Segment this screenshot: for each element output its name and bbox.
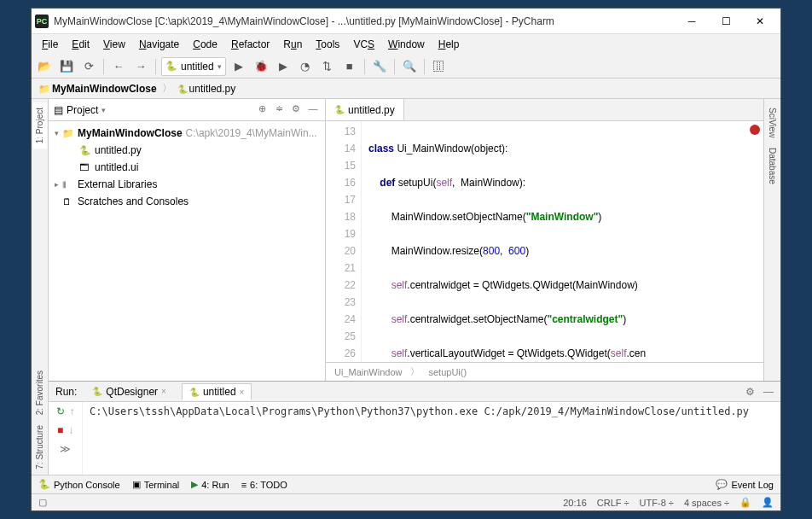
menu-edit[interactable]: Edit — [65, 37, 96, 52]
cursor-position: 20:16 — [563, 498, 587, 508]
close-icon[interactable]: × — [161, 387, 166, 396]
todo-button[interactable]: ≡ 6: TODO — [241, 480, 287, 490]
readonly-lock-icon[interactable]: 🔒 — [740, 497, 751, 508]
open-icon[interactable]: 📂 — [35, 57, 54, 76]
bottom-toolbar: 🐍 Python Console ▣ Terminal ▶ 4: Run ≡ 6… — [32, 475, 780, 493]
code-area[interactable]: 1314151617181920212223242526 class Ui_Ma… — [326, 121, 763, 362]
scratches-icon: 🗒 — [62, 196, 76, 207]
profile-icon[interactable]: ◔ — [296, 57, 315, 76]
expander-icon[interactable]: ▸ — [50, 180, 62, 189]
menu-run[interactable]: Run — [276, 37, 309, 52]
project-tree[interactable]: ▾ 📁 MyMainWindowClose C:\apk\2019_4\MyMa… — [49, 121, 325, 381]
collapse-icon[interactable]: ≑ — [272, 103, 286, 117]
inspector-icon[interactable]: 👤 — [762, 497, 774, 508]
run-panel-label: Run: — [55, 386, 77, 398]
python-console-button[interactable]: 🐍 Python Console — [38, 479, 120, 490]
search-icon[interactable]: 🔍 — [400, 57, 419, 76]
crumb-class[interactable]: Ui_MainWindow — [334, 367, 402, 377]
app-icon: PC — [35, 15, 49, 28]
tree-root-name: MyMainWindowClose — [78, 127, 183, 139]
nav-file[interactable]: untitled.py — [177, 83, 236, 95]
source-code[interactable]: class Ui_MainWindow(object): def setupUi… — [362, 121, 763, 362]
editor-tab[interactable]: untitled.py — [326, 99, 404, 120]
indent[interactable]: 4 spaces ÷ — [684, 498, 729, 508]
tree-external-libs[interactable]: External Libraries — [78, 178, 157, 190]
more-icon[interactable]: ≫ — [60, 443, 71, 455]
chevron-down-icon[interactable]: ▾ — [102, 106, 106, 114]
target-icon[interactable]: ⊕ — [255, 103, 269, 117]
close-button[interactable]: ✕ — [743, 9, 777, 33]
pycharm-window: PC MyMainWindowClose [C:\apk\2019_4\MyMa… — [31, 8, 781, 511]
save-icon[interactable]: 💾 — [57, 57, 76, 76]
line-separator[interactable]: CRLF ÷ — [597, 498, 629, 508]
coverage-icon[interactable]: ▶ — [274, 57, 293, 76]
stop-icon[interactable]: ■ — [57, 424, 63, 436]
gear-icon[interactable]: ⚙ — [289, 103, 303, 117]
run-panel: Run: QtDesigner× untitled× ⚙ — ↻ ↑ ■ — [49, 381, 780, 475]
gear-icon[interactable]: ⚙ — [745, 386, 755, 398]
hide-icon[interactable]: — — [306, 103, 320, 117]
menu-refactor[interactable]: Refactor — [224, 37, 276, 52]
expander-icon[interactable]: ▾ — [50, 129, 62, 137]
up-icon[interactable]: ↑ — [70, 405, 75, 417]
maximize-button[interactable]: ☐ — [709, 9, 743, 33]
right-tab-database[interactable]: Database — [766, 143, 779, 190]
menu-navigate[interactable]: Navigate — [132, 37, 186, 52]
left-tool-strip: 1: Project 2: Favorites 7: Structure — [32, 99, 49, 475]
menu-file[interactable]: File — [35, 37, 65, 52]
settings-icon[interactable]: 🔧 — [370, 57, 389, 76]
debug-icon[interactable]: 🐞 — [252, 57, 270, 76]
right-tab-sciview[interactable]: SciView — [766, 102, 779, 143]
gutter: 1314151617181920212223242526 — [326, 121, 362, 362]
menu-vcs[interactable]: VCS — [346, 37, 381, 52]
menu-view[interactable]: View — [96, 37, 132, 52]
run-button[interactable]: ▶ 4: Run — [191, 479, 229, 490]
stop-icon[interactable]: ■ — [340, 57, 359, 76]
tree-root-path: C:\apk\2019_4\MyMainWin... — [186, 127, 317, 139]
left-tab-structure[interactable]: 7: Structure — [33, 420, 46, 475]
run-tab-qtdesigner[interactable]: QtDesigner× — [85, 384, 173, 399]
menu-code[interactable]: Code — [186, 37, 224, 52]
left-tab-favorites[interactable]: 2: Favorites — [33, 365, 46, 420]
refresh-icon[interactable]: ⟳ — [79, 57, 98, 76]
run-icon[interactable]: ▶ — [229, 57, 248, 76]
tree-scratches[interactable]: Scratches and Consoles — [78, 195, 188, 207]
folder-icon: 📁 — [62, 128, 76, 139]
run-controls: ↻ ↑ ■ ↓ ≫ — [49, 402, 83, 475]
editor: untitled.py 1314151617181920212223242526… — [326, 99, 763, 381]
nav-breadcrumb: MyMainWindowClose 〉 untitled.py — [32, 79, 780, 99]
minimize-button[interactable]: ─ — [675, 9, 709, 33]
structure-icon[interactable]: ⿲ — [430, 57, 449, 76]
nav-separator-icon: 〉 — [162, 81, 172, 96]
run-tab-untitled[interactable]: untitled× — [182, 383, 252, 400]
ui-file-icon: 🗔 — [79, 162, 93, 172]
down-icon[interactable]: ↓ — [68, 424, 73, 436]
back-icon[interactable]: ← — [109, 57, 128, 76]
menu-window[interactable]: Window — [381, 37, 432, 52]
crumb-separator-icon: 〉 — [410, 365, 420, 378]
encoding[interactable]: UTF-8 ÷ — [640, 498, 674, 508]
left-tab-project[interactable]: 1: Project — [33, 102, 46, 149]
editor-breadcrumb: Ui_MainWindow 〉 setupUi() — [326, 362, 763, 381]
menubar: File Edit View Navigate Code Refactor Ru… — [32, 34, 780, 55]
event-log-button[interactable]: 💬 Event Log — [716, 479, 774, 490]
chevron-down-icon: ▾ — [218, 62, 222, 71]
hide-icon[interactable]: — — [763, 386, 774, 398]
tree-file-ui[interactable]: untitled.ui — [95, 161, 138, 173]
status-bar: ▢ 20:16 CRLF ÷ UTF-8 ÷ 4 spaces ÷ 🔒 👤 — [32, 493, 780, 510]
menu-help[interactable]: Help — [432, 37, 467, 52]
project-panel: ▤ Project ▾ ⊕ ≑ ⚙ — ▾ 📁 MyMainWindowC — [49, 99, 326, 381]
crumb-method[interactable]: setupUi() — [428, 367, 467, 377]
menu-tools[interactable]: Tools — [309, 37, 346, 52]
rerun-icon[interactable]: ↻ — [56, 405, 65, 417]
statusbar-toggle-icon[interactable]: ▢ — [38, 497, 47, 508]
nav-project[interactable]: MyMainWindowClose — [38, 83, 157, 95]
run-config-select[interactable]: untitled ▾ — [161, 57, 226, 76]
run-output[interactable]: C:\Users\tssh\AppData\Local\Programs\Pyt… — [83, 402, 780, 475]
terminal-button[interactable]: ▣ Terminal — [132, 479, 180, 490]
concurrency-icon[interactable]: ⇅ — [318, 57, 337, 76]
error-indicator-icon[interactable] — [750, 125, 760, 135]
forward-icon[interactable]: → — [131, 57, 150, 76]
close-icon[interactable]: × — [240, 388, 245, 397]
tree-file-py[interactable]: untitled.py — [95, 144, 142, 156]
